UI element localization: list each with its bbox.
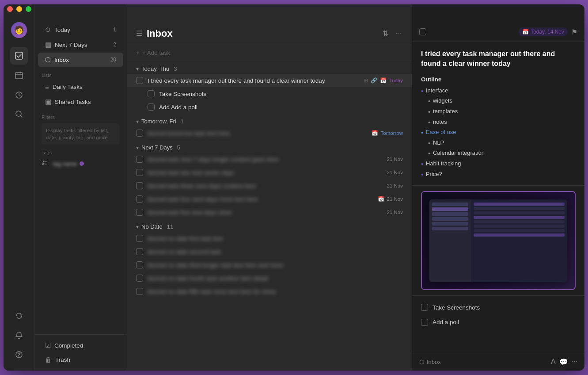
table-row[interactable]: blurred task five next days short 21 Nov — [127, 206, 412, 219]
sidebar-item-completed[interactable]: ☑ Completed — [38, 338, 123, 352]
table-row[interactable]: blurred task three next days content her… — [127, 179, 412, 192]
task-checkbox-t4[interactable] — [136, 130, 143, 137]
list-item — [432, 212, 468, 216]
sidebar-item-inbox-count: 20 — [110, 57, 116, 63]
close-button[interactable] — [7, 6, 13, 12]
detail-more-button[interactable]: ··· — [572, 358, 577, 366]
detail-inbox-text: Inbox — [427, 359, 441, 365]
next7days-section-header[interactable]: ▾ Next 7 Days 5 — [127, 140, 412, 153]
add-task-label: + Add task — [142, 50, 170, 56]
task-checkbox-nd3[interactable] — [136, 261, 143, 268]
notification-button[interactable] — [10, 326, 28, 344]
task-date-t1: Today — [389, 78, 403, 83]
detail-input-field[interactable] — [432, 316, 576, 328]
sidebar-item-search-icon[interactable] — [10, 105, 28, 123]
subtask-icon: ⊞ — [364, 77, 368, 84]
task-list: ▾ Today, Thu 3 I tried every task manage… — [127, 61, 412, 371]
format-button[interactable]: A — [551, 358, 556, 366]
task-checkbox-t8[interactable] — [136, 195, 143, 203]
tags-section: Tags 🏷 tag name — [34, 148, 127, 173]
minimize-button[interactable] — [16, 6, 22, 12]
more-button[interactable]: ··· — [394, 27, 403, 39]
detail-footer: ⬡ Inbox A 💬 ··· — [412, 353, 584, 371]
detail-subtask-checkbox-2[interactable] — [421, 319, 428, 326]
table-row[interactable]: blurred task four next days more text he… — [127, 192, 412, 206]
task-text-t9: blurred task five next days short — [148, 209, 383, 216]
list-item — [474, 216, 565, 219]
table-row[interactable]: blurred no date fifth task more text her… — [127, 285, 412, 298]
nodate-chevron-icon: ▾ — [136, 224, 139, 230]
detail-task-checkbox[interactable] — [419, 28, 426, 35]
nodate-section-header[interactable]: ▾ No Date 11 — [127, 219, 412, 232]
flag-button[interactable]: ⚑ — [571, 28, 577, 36]
trash-icon: 🗑 — [45, 356, 52, 364]
task-meta-t9: 21 Nov — [387, 210, 403, 215]
sync-icon — [15, 312, 23, 320]
sidebar-item-trash[interactable]: 🗑 Trash — [38, 353, 123, 367]
task-checkbox-t2[interactable] — [148, 90, 155, 97]
sidebar-item-calendar-icon[interactable] — [10, 66, 28, 84]
task-checkbox-t3[interactable] — [148, 103, 155, 111]
table-row[interactable]: blurred no date fourth task another item… — [127, 272, 412, 285]
detail-date-badge[interactable]: 📅 Today, 14 Nov — [519, 27, 568, 36]
table-row[interactable]: blurred task two next seven days 21 Nov — [127, 166, 412, 179]
task-checkbox-t6[interactable] — [136, 169, 143, 176]
table-row[interactable]: blurred tomorrow task text here 📅 Tomorr… — [127, 126, 412, 140]
sort-button[interactable]: ⇅ — [381, 27, 390, 39]
outline-tree: Interface widgets templates notes Ease o… — [421, 86, 576, 180]
sync-button[interactable] — [10, 307, 28, 325]
task-checkbox-t5[interactable] — [136, 156, 143, 163]
task-text-t7: blurred task three next days content her… — [148, 183, 383, 189]
table-row[interactable]: blurred no date third longer task text h… — [127, 258, 412, 272]
sidebar-item-today-icon[interactable] — [10, 47, 28, 65]
task-checkbox-nd2[interactable] — [136, 248, 143, 255]
sidebar-item-shared-tasks-label: Shared Tasks — [55, 99, 91, 105]
table-row[interactable]: blurred task next 7 days longer content … — [127, 153, 412, 166]
calendar-icon — [15, 71, 23, 80]
task-checkbox-nd1[interactable] — [136, 235, 143, 242]
avatar[interactable]: 🧑 — [11, 22, 27, 38]
outline-label: Outline — [421, 76, 576, 83]
maximize-button[interactable] — [26, 6, 31, 12]
tomorrow-section-header[interactable]: ▾ Tomorrow, Fri 1 — [127, 114, 412, 126]
sidebar-item-today[interactable]: ⊙ Today 1 — [38, 23, 123, 37]
detail-header: 📅 Today, 14 Nov ⚑ — [412, 4, 584, 42]
sidebar-item-shared-tasks[interactable]: ▣ Shared Tasks — [38, 95, 123, 109]
task-date-t8: 21 Nov — [387, 196, 403, 202]
task-checkbox-t1[interactable] — [136, 77, 143, 84]
timer-icon — [15, 90, 23, 99]
comment-button[interactable]: 💬 — [559, 358, 568, 366]
sidebar-item-timer-icon[interactable] — [10, 86, 28, 103]
avatar-image: 🧑 — [14, 25, 24, 35]
task-checkbox-nd5[interactable] — [136, 288, 143, 295]
today-section-count: 3 — [174, 65, 177, 72]
task-checkbox-nd4[interactable] — [136, 275, 143, 282]
detail-subtask-checkbox-1[interactable] — [421, 304, 428, 311]
table-row[interactable]: I tried every task manager out there and… — [127, 74, 412, 87]
add-task-bar[interactable]: + + Add task — [127, 45, 412, 61]
task-checkbox-t7[interactable] — [136, 182, 143, 189]
sidebar-item-inbox[interactable]: ⬡ Inbox 20 — [38, 53, 123, 67]
table-row[interactable]: blurred no date first task text — [127, 232, 412, 245]
app-window: 🧑 — [4, 4, 584, 371]
today-section-header[interactable]: ▾ Today, Thu 3 — [127, 61, 412, 74]
detail-subtask-input-2[interactable] — [432, 319, 576, 325]
task-checkbox-t9[interactable] — [136, 209, 143, 216]
table-row[interactable]: Add Add a poll — [127, 100, 412, 114]
next7days-chevron-icon: ▾ — [136, 145, 139, 151]
icon-bar-bottom — [10, 307, 28, 371]
help-button[interactable] — [10, 346, 28, 364]
tags-label: Tags — [42, 150, 120, 155]
list-item — [432, 217, 468, 221]
detail-subtasks: Take Screenshots — [412, 295, 584, 353]
task-meta-t1: ⊞ 🔗 📅 Today — [364, 77, 403, 84]
detail-inbox-label[interactable]: ⬡ Inbox — [419, 359, 441, 365]
table-row[interactable]: blurred no date second task — [127, 245, 412, 258]
table-row[interactable]: Take Screenshots — [127, 87, 412, 100]
tag-item[interactable]: 🏷 tag name — [42, 158, 120, 169]
today-section-label: Today, Thu — [141, 65, 169, 72]
header-actions: ⇅ ··· — [381, 27, 403, 39]
sidebar-item-daily-tasks[interactable]: ≡ Daily Tasks — [38, 80, 123, 94]
list-item — [474, 203, 565, 206]
sidebar-item-next7days[interactable]: ▦ Next 7 Days 2 — [38, 38, 123, 52]
